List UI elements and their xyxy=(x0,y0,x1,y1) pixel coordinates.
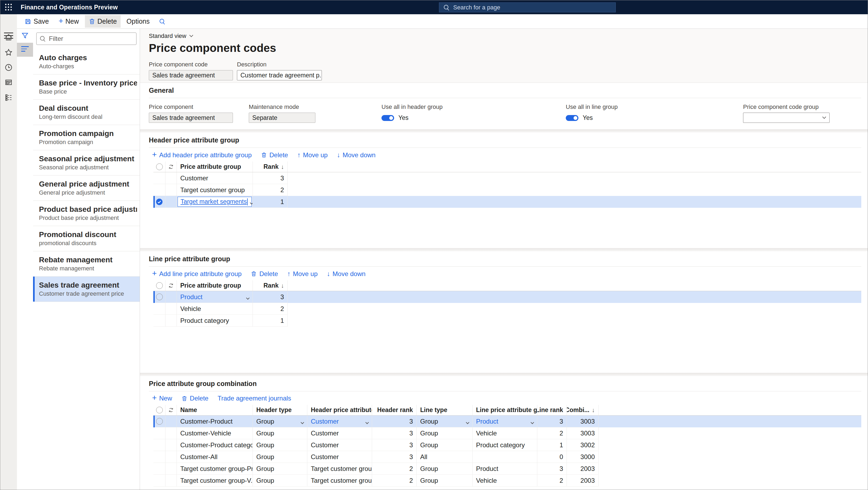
delete-line-group-button[interactable]: Delete xyxy=(251,270,278,278)
table-row[interactable]: Target customer group2 xyxy=(153,184,861,196)
table-row[interactable]: Customer-AllGroupCustomer3All03000 xyxy=(153,451,861,463)
recent-clock-icon[interactable] xyxy=(4,63,13,72)
add-line-group-button[interactable]: Add line price attribute group xyxy=(152,270,242,278)
select-all-cell[interactable] xyxy=(153,405,165,415)
list-item[interactable]: General price adjustmentGeneral price ad… xyxy=(33,175,140,201)
row-select-cell[interactable] xyxy=(153,315,165,326)
list-item[interactable]: Promotional discountpromotional discount… xyxy=(33,226,140,251)
chevron-down-icon[interactable] xyxy=(244,293,249,301)
row-select-cell[interactable] xyxy=(153,415,165,427)
delete-header-group-button[interactable]: Delete xyxy=(261,151,288,159)
select-all-cell[interactable] xyxy=(153,162,165,172)
list-item[interactable]: Product based price adjustm...Product ba… xyxy=(33,201,140,226)
header-group-value: Target customer group xyxy=(311,465,372,472)
table-row[interactable]: Vehicle2 xyxy=(153,303,861,315)
code-group-dropdown[interactable] xyxy=(743,113,830,123)
row-select-cell[interactable] xyxy=(153,451,165,463)
header-type-cell[interactable]: Group xyxy=(253,415,307,427)
workspace-icon[interactable] xyxy=(4,78,13,87)
action-search-icon[interactable] xyxy=(159,19,165,25)
table-row[interactable]: Product category1 xyxy=(153,315,861,326)
filter-input[interactable]: Filter xyxy=(36,32,136,45)
chevron-down-icon[interactable] xyxy=(299,418,304,425)
list-item[interactable]: Auto chargesAuto-charges xyxy=(33,49,140,75)
select-all-cell[interactable] xyxy=(153,280,165,291)
filter-funnel-icon[interactable] xyxy=(17,29,33,43)
column-header[interactable]: Combi... xyxy=(567,405,598,415)
table-row[interactable]: Target customer group-Pr...GroupTarget c… xyxy=(153,463,861,475)
use-all-line-toggle[interactable] xyxy=(566,115,579,121)
home-icon[interactable] xyxy=(4,33,13,42)
options-button[interactable]: Options xyxy=(123,15,153,28)
move-up-button[interactable]: Move up xyxy=(287,270,318,278)
trade-agreement-journals-button[interactable]: Trade agreement journals xyxy=(218,395,291,402)
group-value: Customer xyxy=(180,174,208,182)
row-select-cell[interactable] xyxy=(153,439,165,451)
row-select-cell[interactable] xyxy=(153,303,165,315)
list-item[interactable]: Base price - Inventory priceBase price xyxy=(33,75,140,100)
favorites-star-icon[interactable] xyxy=(4,48,13,57)
page-search-input[interactable]: Search for a page xyxy=(439,2,616,12)
new-button[interactable]: New xyxy=(55,15,83,28)
chevron-down-icon[interactable] xyxy=(363,418,368,425)
new-combination-button[interactable]: New xyxy=(152,395,172,402)
row-select-cell[interactable] xyxy=(153,172,165,184)
price-component-field: Sales trade agreement xyxy=(149,113,233,123)
move-down-button[interactable]: Move down xyxy=(327,270,365,278)
refresh-cell[interactable] xyxy=(165,280,177,291)
plus-icon xyxy=(152,151,157,159)
table-row[interactable]: Customer-ProductGroupCustomer3GroupProdu… xyxy=(153,415,861,427)
row-select-cell[interactable] xyxy=(153,427,165,439)
modules-icon[interactable] xyxy=(4,93,13,102)
refresh-cell[interactable] xyxy=(165,162,177,172)
group-lookup-combobox[interactable]: Target market segments xyxy=(178,197,252,207)
select-all-circle-icon xyxy=(156,407,163,413)
row-select-cell[interactable] xyxy=(153,196,165,208)
filter-strip xyxy=(17,29,33,490)
row-state-cell xyxy=(165,315,177,326)
combination-cell: 3003 xyxy=(567,415,598,427)
table-row[interactable]: Customer-Product catego...GroupCustomer3… xyxy=(153,439,861,451)
header-group-cell[interactable]: Customer xyxy=(307,415,372,427)
list-item[interactable]: Seasonal price adjustmentSeasonal price … xyxy=(33,150,140,175)
add-header-group-button[interactable]: Add header price attribute group xyxy=(152,151,252,159)
delete-button[interactable]: Delete xyxy=(85,15,121,28)
price-attribute-group-cell[interactable]: Product xyxy=(177,291,253,303)
section-divider xyxy=(140,129,868,133)
chevron-down-icon[interactable] xyxy=(528,418,533,425)
list-item[interactable]: Sales trade agreementCustomer trade agre… xyxy=(33,277,140,302)
list-item[interactable]: Rebate managementRebate management xyxy=(33,251,140,277)
description-field[interactable]: Customer trade agreement p... xyxy=(237,70,322,80)
list-item[interactable]: Promotion campaignPromotion campaign xyxy=(33,125,140,150)
line-type-cell[interactable]: Group xyxy=(417,415,472,427)
line-group-cell[interactable]: Product xyxy=(472,415,537,427)
show-list-icon[interactable] xyxy=(17,43,33,57)
delete-combination-button[interactable]: Delete xyxy=(181,395,209,402)
column-header-rank[interactable]: Rank xyxy=(253,280,288,291)
table-row[interactable]: Target customer group-V...GroupTarget cu… xyxy=(153,475,861,487)
refresh-cell[interactable] xyxy=(165,405,177,415)
row-select-cell[interactable] xyxy=(153,184,165,196)
row-select-cell[interactable] xyxy=(153,475,165,487)
row-select-cell[interactable] xyxy=(153,463,165,475)
column-header-rank[interactable]: Rank xyxy=(253,162,288,172)
view-selector[interactable]: Standard view xyxy=(149,32,193,39)
list-item[interactable]: Deal discountLong-term discount deal xyxy=(33,100,140,125)
table-row[interactable]: Customer3 xyxy=(153,172,861,184)
move-up-button[interactable]: Move up xyxy=(297,151,328,159)
table-row[interactable]: Target market segments1 xyxy=(153,196,861,208)
move-down-button[interactable]: Move down xyxy=(337,151,376,159)
table-row[interactable]: Product3 xyxy=(153,291,861,303)
price-attribute-group-cell[interactable]: Target market segments xyxy=(177,196,253,208)
chevron-down-icon[interactable] xyxy=(248,198,253,206)
name-cell: Customer-Product catego... xyxy=(177,439,253,451)
use-all-header-toggle[interactable] xyxy=(381,115,394,121)
table-row[interactable]: Customer-VehicleGroupCustomer3GroupVehic… xyxy=(153,427,861,439)
save-button[interactable]: Save xyxy=(21,15,53,28)
list-item-subtitle: Product base price adjustment xyxy=(39,214,137,222)
rank-cell: 1 xyxy=(253,196,288,208)
row-select-cell[interactable] xyxy=(153,291,165,303)
app-launcher-icon[interactable] xyxy=(0,0,17,14)
combination-value: 3003 xyxy=(581,418,595,425)
chevron-down-icon[interactable] xyxy=(464,418,469,425)
